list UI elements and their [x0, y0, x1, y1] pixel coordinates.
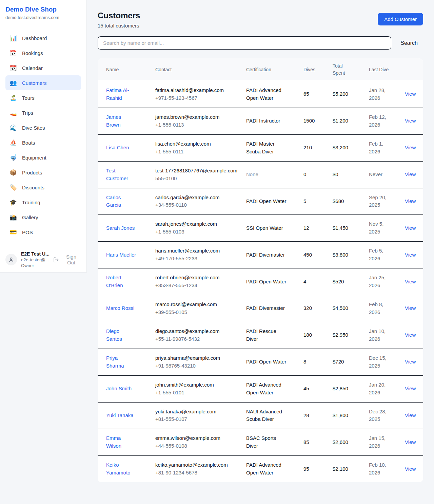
customer-total-spent: $520 [333, 268, 369, 295]
customer-name-link[interactable]: Hans Mueller [106, 251, 136, 259]
customer-total-spent: $5,200 [333, 81, 369, 108]
customer-dives: 5 [303, 188, 333, 215]
customer-last-dive: Feb 10, 2026 [369, 456, 405, 482]
sidebar-item-equipment[interactable]: 🤿 Equipment [5, 150, 81, 165]
sidebar-item-label: Dashboard [22, 35, 47, 41]
search-button[interactable]: Search [400, 40, 418, 46]
sidebar-item-trips[interactable]: 🚤 Trips [5, 105, 81, 120]
view-link[interactable]: View [405, 439, 416, 445]
view-link[interactable]: View [405, 305, 416, 311]
sidebar-item-boats[interactable]: ⛵ Boats [5, 135, 81, 150]
view-link[interactable]: View [405, 198, 416, 204]
trips-icon: 🚤 [9, 110, 17, 116]
view-link[interactable]: View [405, 279, 416, 284]
customer-dives: 180 [303, 322, 333, 349]
sidebar-item-discounts[interactable]: 🏷️ Discounts [5, 180, 81, 195]
customer-dives: 65 [303, 81, 333, 108]
table-row: Sarah Jones sarah.jones@example.com +1-5… [98, 215, 423, 242]
customer-last-dive: Sep 20, 2025 [369, 188, 405, 215]
view-link[interactable]: View [405, 252, 416, 258]
customer-total-spent: $3,200 [333, 134, 369, 161]
view-link[interactable]: View [405, 466, 416, 472]
table-row: Fatima Al-Rashid fatima.alrashid@example… [98, 81, 423, 108]
shop-domain: demo.test.divestreams.com [5, 15, 81, 20]
page-title: Customers [98, 11, 140, 20]
customer-name-link[interactable]: James Brown [106, 113, 137, 129]
customer-last-dive: Feb 5, 2026 [369, 242, 405, 268]
equipment-icon: 🤿 [9, 155, 17, 161]
customer-email: keiko.yamamoto@example.com [155, 461, 241, 469]
view-link[interactable]: View [405, 225, 416, 231]
sidebar-item-calendar[interactable]: 📆 Calendar [5, 60, 81, 75]
view-link[interactable]: View [405, 412, 416, 418]
customer-name-link[interactable]: Carlos Garcia [106, 194, 137, 209]
customer-email: emma.wilson@example.com [155, 434, 241, 442]
customer-certification: PADI Instructor [246, 108, 303, 134]
customer-name-link[interactable]: Marco Rossi [106, 304, 134, 312]
customer-total-spent: $1,450 [333, 215, 369, 242]
tours-icon: 🏝️ [9, 95, 17, 101]
customer-last-dive: Feb 8, 2026 [369, 295, 405, 322]
logout-icon [53, 257, 59, 263]
sidebar-item-label: Tours [22, 95, 35, 101]
sidebar-item-products[interactable]: 📦 Products [5, 165, 81, 180]
customer-name-link[interactable]: Emma Wilson [106, 434, 137, 450]
customer-certification: BSAC Sports Diver [246, 429, 303, 456]
customer-email: test-1772681807767@example.com [155, 167, 241, 175]
customer-last-dive: Jan 20, 2026 [369, 375, 405, 402]
customer-last-dive: Dec 15, 2025 [369, 349, 405, 375]
customer-total-spent: $720 [333, 349, 369, 375]
sidebar-item-training[interactable]: 🎓 Training [5, 195, 81, 210]
add-customer-button[interactable]: Add Customer [378, 13, 423, 25]
customer-name-link[interactable]: Diego Santos [106, 328, 137, 343]
view-link[interactable]: View [405, 91, 416, 97]
user-role: Owner [21, 263, 49, 268]
view-link[interactable]: View [405, 386, 416, 391]
customer-name-link[interactable]: Yuki Tanaka [106, 412, 134, 419]
sidebar-item-bookings[interactable]: 📅 Bookings [5, 45, 81, 60]
products-icon: 📦 [9, 170, 17, 175]
sidebar-item-dive-sites[interactable]: 🌊 Dive Sites [5, 120, 81, 135]
sign-out-button[interactable]: Sign Out [53, 254, 81, 265]
customer-last-dive: Jan 15, 2026 [369, 429, 405, 456]
view-link[interactable]: View [405, 359, 416, 365]
view-link[interactable]: View [405, 145, 416, 150]
customer-name-link[interactable]: Priya Sharma [106, 354, 137, 370]
search-input[interactable] [98, 36, 391, 50]
view-link[interactable]: View [405, 171, 416, 177]
bookings-icon: 📅 [9, 50, 17, 56]
customer-name-link[interactable]: Keiko Yamamoto [106, 461, 137, 477]
sidebar-item-gallery[interactable]: 📸 Gallery [5, 210, 81, 225]
customer-name-link[interactable]: Sarah Jones [106, 224, 135, 232]
customer-certification: NAUI Advanced Scuba Diver [246, 402, 303, 429]
customer-phone: +55-11-99876-5432 [155, 335, 241, 343]
view-link[interactable]: View [405, 332, 416, 338]
sidebar-item-tours[interactable]: 🏝️ Tours [5, 90, 81, 105]
customer-phone: +44-555-0108 [155, 442, 241, 450]
column-header [405, 58, 423, 81]
customer-name-link[interactable]: Test Customer [106, 167, 137, 183]
customer-name-link[interactable]: Fatima Al-Rashid [106, 87, 137, 102]
customer-name-link[interactable]: Robert O'Brien [106, 274, 137, 290]
customer-last-dive: Dec 28, 2025 [369, 402, 405, 429]
table-row: James Brown james.brown@example.com +1-5… [98, 108, 423, 134]
sidebar-item-customers[interactable]: 👥 Customers [5, 75, 81, 90]
customer-certification: PADI Advanced Open Water [246, 81, 303, 108]
user-info: E2E Test U... e2e-tester@... Owner [21, 251, 49, 268]
customer-certification: SSI Open Water [246, 215, 303, 242]
column-header: Total Spent [333, 58, 369, 81]
customer-certification: PADI Open Water [246, 268, 303, 295]
customer-dives: 320 [303, 295, 333, 322]
customer-name-link[interactable]: John Smith [106, 385, 132, 393]
table-row: Hans Mueller hans.mueller@example.com +4… [98, 242, 423, 268]
sidebar-item-pos[interactable]: 💳 POS [5, 225, 81, 240]
sidebar-item-dashboard[interactable]: 📊 Dashboard [5, 31, 81, 45]
sidebar-item-label: Boats [22, 140, 35, 146]
view-link[interactable]: View [405, 118, 416, 124]
customer-phone: +81-90-1234-5678 [155, 469, 241, 477]
sidebar-nav: 📊 Dashboard 📅 Bookings 📆 Calendar 👥 Cust… [0, 25, 86, 247]
customer-total-spent: $2,600 [333, 429, 369, 456]
customer-name-link[interactable]: Lisa Chen [106, 144, 129, 152]
customer-total-spent: $2,100 [333, 456, 369, 482]
customer-phone: +39-555-0105 [155, 309, 241, 316]
